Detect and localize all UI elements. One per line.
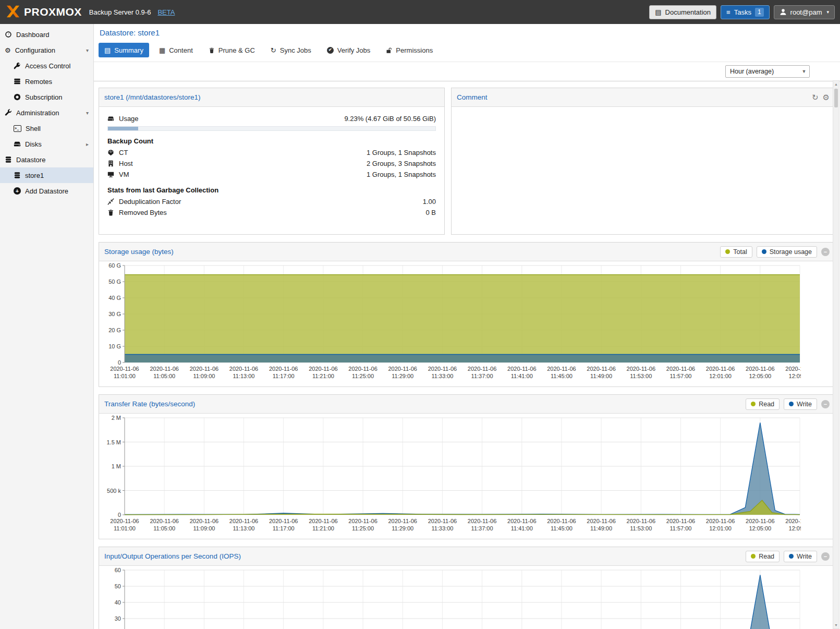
usage-value: 9.23% (4.67 GiB of 50.56 GiB) xyxy=(344,115,436,123)
svg-text:11:41:00: 11:41:00 xyxy=(511,373,533,379)
svg-text:12:05:00: 12:05:00 xyxy=(749,373,771,379)
svg-text:2020-11-06: 2020-11-06 xyxy=(190,366,218,372)
svg-text:11:53:00: 11:53:00 xyxy=(630,373,652,379)
svg-text:2020-11-06: 2020-11-06 xyxy=(706,366,735,372)
scroll-down-arrow[interactable]: ▼ xyxy=(833,622,839,628)
tab-permissions[interactable]: Permissions xyxy=(380,43,439,57)
svg-text:2020-11-06: 2020-11-06 xyxy=(706,518,735,524)
tab-sync-jobs[interactable]: ↻ Sync Jobs xyxy=(265,43,317,57)
tab-verify-jobs[interactable]: ✔ Verify Jobs xyxy=(321,43,376,57)
legend-dot xyxy=(751,402,756,406)
tab-content[interactable]: ▦ Content xyxy=(153,43,199,57)
gears-icon: ⚙ xyxy=(5,47,11,54)
chevron-right-icon[interactable]: ▸ xyxy=(86,141,89,147)
legend-item-write[interactable]: Write xyxy=(784,551,817,562)
sidebar-item-add-datastore[interactable]: + Add Datastore xyxy=(0,183,93,199)
brand-name: PROXMOX xyxy=(24,6,82,18)
database-icon xyxy=(5,156,12,163)
sidebar-item-configuration[interactable]: ⚙ Configuration ▾ xyxy=(0,42,93,58)
legend-dot xyxy=(789,554,794,559)
sidebar-item-subscription[interactable]: Subscription xyxy=(0,89,93,105)
legend-item-read[interactable]: Read xyxy=(746,551,780,562)
legend-label: Total xyxy=(733,248,747,256)
svg-text:2020-11-06: 2020-11-06 xyxy=(309,366,337,372)
minus-circle-icon[interactable]: − xyxy=(821,248,830,256)
legend-item-storage-usage[interactable]: Storage usage xyxy=(757,246,817,258)
tab-summary[interactable]: ▤ Summary xyxy=(99,43,149,57)
svg-text:1 M: 1 M xyxy=(112,463,121,469)
sidebar-item-access-control[interactable]: Access Control xyxy=(0,58,93,74)
vertical-scrollbar[interactable]: ▲ ▼ xyxy=(833,80,839,629)
user-menu-button[interactable]: root@pam ▾ xyxy=(774,5,835,19)
sidebar-item-shell[interactable]: >_ Shell xyxy=(0,120,93,136)
dedup-label: Deduplication Factor xyxy=(119,198,181,205)
sidebar-item-datastore[interactable]: Datastore xyxy=(0,152,93,167)
chart-title: Transfer Rate (bytes/second) xyxy=(104,400,195,408)
svg-text:2020-11-06: 2020-11-06 xyxy=(468,366,496,372)
usage-row: Usage 9.23% (4.67 GiB of 50.56 GiB) xyxy=(107,113,436,124)
svg-text:2020-11-06: 2020-11-06 xyxy=(746,518,774,524)
tab-label: Summary xyxy=(114,46,143,54)
svg-text:0: 0 xyxy=(118,359,121,366)
tasks-button[interactable]: ≡ Tasks 1 xyxy=(721,5,770,19)
legend-item-read[interactable]: Read xyxy=(746,398,780,410)
documentation-button[interactable]: ▤ Documentation xyxy=(649,5,716,19)
svg-text:11:09:00: 11:09:00 xyxy=(193,525,215,531)
svg-text:2020-11-06: 2020-11-06 xyxy=(348,518,377,524)
legend-item-write[interactable]: Write xyxy=(784,398,817,410)
tab-prune-gc[interactable]: Prune & GC xyxy=(203,43,261,57)
minus-circle-icon[interactable]: − xyxy=(821,552,830,561)
svg-text:2020-11-06: 2020-11-06 xyxy=(110,518,139,524)
scrollbar-thumb[interactable] xyxy=(834,89,838,107)
timeframe-select[interactable]: Hour (average) ▼ xyxy=(725,65,810,78)
tasks-label: Tasks xyxy=(734,8,751,16)
tab-label: Sync Jobs xyxy=(280,46,311,54)
svg-text:11:01:00: 11:01:00 xyxy=(114,373,136,379)
reload-icon[interactable]: ↻ xyxy=(812,93,819,101)
minus-circle-icon[interactable]: − xyxy=(821,400,830,408)
scroll-up-arrow[interactable]: ▲ xyxy=(833,81,839,88)
grid-icon: ▦ xyxy=(159,47,165,54)
sidebar-item-administration[interactable]: Administration ▾ xyxy=(0,105,93,120)
tab-label: Permissions xyxy=(396,46,433,54)
legend-label: Storage usage xyxy=(770,248,812,256)
svg-text:11:17:00: 11:17:00 xyxy=(273,373,295,379)
comment-panel: Comment ↻ ⚙ xyxy=(451,88,835,235)
svg-text:11:13:00: 11:13:00 xyxy=(233,373,254,379)
svg-text:11:37:00: 11:37:00 xyxy=(471,525,493,531)
book-icon: ▤ xyxy=(655,9,661,16)
gauge-icon xyxy=(5,31,12,38)
beta-link[interactable]: BETA xyxy=(157,8,175,16)
sidebar-item-label: Add Datastore xyxy=(25,187,68,195)
svg-text:11:21:00: 11:21:00 xyxy=(312,373,334,379)
chevron-down-icon[interactable]: ▾ xyxy=(86,110,89,116)
svg-text:2020-11-06: 2020-11-06 xyxy=(150,518,178,524)
top-header: PROXMOX Backup Server 0.9-6 BETA ▤ Docum… xyxy=(0,0,840,24)
ct-label: CT xyxy=(119,149,128,156)
svg-text:0: 0 xyxy=(118,512,121,518)
summary-toolbar: Hour (average) ▼ xyxy=(94,62,840,81)
sidebar-item-store1[interactable]: store1 xyxy=(0,167,93,183)
svg-text:11:41:00: 11:41:00 xyxy=(511,525,533,531)
tab-label: Verify Jobs xyxy=(337,46,371,54)
svg-text:30: 30 xyxy=(115,615,121,622)
lifering-icon xyxy=(14,93,21,101)
legend-label: Write xyxy=(797,401,812,408)
removed-bytes-value: 0 B xyxy=(425,209,436,216)
sidebar-item-disks[interactable]: Disks ▸ xyxy=(0,136,93,152)
compress-icon xyxy=(107,198,114,205)
svg-text:2 M: 2 M xyxy=(112,415,121,421)
chevron-down-icon[interactable]: ▾ xyxy=(86,47,89,53)
svg-text:2020-11-06: 2020-11-06 xyxy=(150,366,178,372)
svg-text:11:45:00: 11:45:00 xyxy=(551,373,573,379)
legend-item-total[interactable]: Total xyxy=(720,246,752,258)
sidebar-item-label: Subscription xyxy=(25,93,63,101)
svg-text:11:45:00: 11:45:00 xyxy=(551,525,573,531)
svg-text:2020-11-06: 2020-11-06 xyxy=(190,518,218,524)
gear-icon[interactable]: ⚙ xyxy=(823,93,830,101)
sidebar-item-remotes[interactable]: Remotes xyxy=(0,74,93,89)
svg-text:11:29:00: 11:29:00 xyxy=(392,373,413,379)
sidebar-item-dashboard[interactable]: Dashboard xyxy=(0,27,93,42)
svg-text:12:05:00: 12:05:00 xyxy=(749,525,771,531)
iops-panel: Input/Output Operations per Second (IOPS… xyxy=(99,547,835,629)
